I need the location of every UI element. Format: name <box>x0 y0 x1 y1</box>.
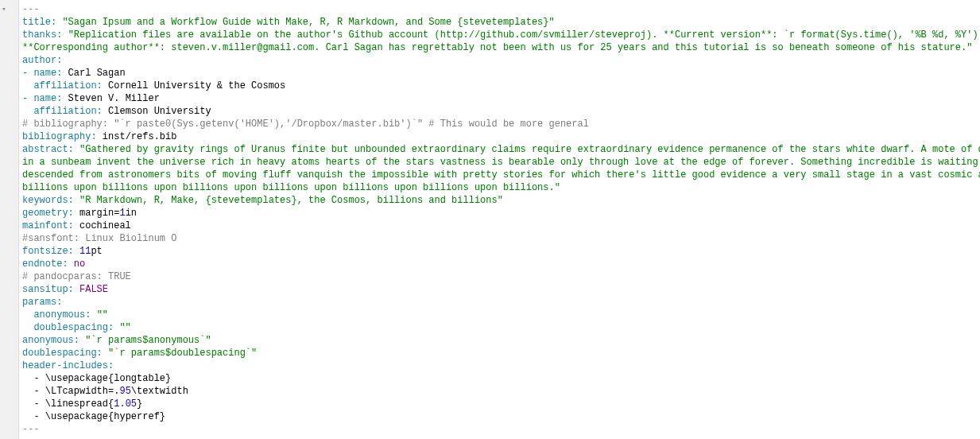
code-line: #sansfont: Linux Biolinum O <box>22 232 980 245</box>
line-number <box>11 67 14 80</box>
code-line: doublespacing: "" <box>22 321 980 334</box>
code-line: fontsize: 11pt <box>22 245 980 258</box>
code-line: title: "Sagan Ipsum and a Workflow Guide… <box>22 16 980 29</box>
line-number <box>11 54 14 67</box>
code-line: --- <box>22 3 980 16</box>
line-number <box>11 169 14 181</box>
line-number <box>11 41 14 54</box>
line-number <box>11 220 14 232</box>
code-line: doublespacing: "`r params$doublespacing`… <box>22 347 980 359</box>
code-line: endnote: no <box>22 258 980 270</box>
code-line: keywords: "R Markdown, R, Make, {stevete… <box>22 194 980 207</box>
line-number <box>11 232 14 245</box>
code-area[interactable]: --- title: "Sagan Ipsum and a Workflow G… <box>19 0 980 439</box>
line-number <box>11 296 14 309</box>
line-number <box>11 118 14 130</box>
code-line: geometry: margin=1in <box>22 207 980 220</box>
line-number <box>11 194 14 207</box>
code-line: mainfont: cochineal <box>22 220 980 232</box>
code-line: params: <box>22 296 980 309</box>
line-number <box>11 181 14 194</box>
code-line: sansitup: FALSE <box>22 283 980 296</box>
line-number <box>11 92 14 105</box>
fold-gutter: ▾ <box>0 0 8 439</box>
code-line: descended from astronomers bits of movin… <box>22 169 980 181</box>
code-line: - \LTcapwidth=.95\textwidth <box>22 385 980 398</box>
line-number <box>11 143 14 156</box>
code-line: in a sunbeam invent the universe rich in… <box>22 156 980 169</box>
line-number <box>11 80 14 92</box>
line-number <box>11 130 14 143</box>
fold-toggle-icon[interactable]: ▾ <box>0 3 8 16</box>
code-line: author: <box>22 54 980 67</box>
line-number <box>11 321 14 334</box>
line-number <box>11 309 14 321</box>
line-number <box>11 105 14 118</box>
line-number <box>11 270 14 283</box>
code-line: billions upon billions upon billions upo… <box>22 181 980 194</box>
line-number <box>11 283 14 296</box>
code-line: - \usepackage{hyperref} <box>22 410 980 423</box>
code-line: # pandocparas: TRUE <box>22 270 980 283</box>
code-line: header-includes: <box>22 359 980 372</box>
code-line: - \linespread{1.05} <box>22 398 980 410</box>
line-number <box>11 359 14 372</box>
line-number <box>11 156 14 169</box>
line-number-gutter <box>8 0 19 439</box>
line-number <box>11 347 14 359</box>
code-line: bibliography: inst/refs.bib <box>22 130 980 143</box>
line-number <box>11 398 14 410</box>
line-number <box>11 29 14 41</box>
code-line: --- <box>22 423 980 436</box>
code-line: # bibliography: "`r paste0(Sys.getenv('H… <box>22 118 980 130</box>
code-line: affiliation: Cornell University & the Co… <box>22 80 980 92</box>
code-line: - \usepackage{longtable} <box>22 372 980 385</box>
line-number <box>11 207 14 220</box>
code-line: thanks: "Replication files are available… <box>22 29 980 41</box>
line-number <box>11 385 14 398</box>
code-line: anonymous: "`r params$anonymous`" <box>22 334 980 347</box>
line-number <box>11 334 14 347</box>
code-line: - name: Carl Sagan <box>22 67 980 80</box>
code-line: anonymous: "" <box>22 309 980 321</box>
line-number <box>11 245 14 258</box>
code-line: affiliation: Clemson University <box>22 105 980 118</box>
code-line: abstract: "Gathered by gravity rings of … <box>22 143 980 156</box>
line-number <box>11 3 14 16</box>
line-number <box>11 258 14 270</box>
line-number <box>11 16 14 29</box>
code-line: - name: Steven V. Miller <box>22 92 980 105</box>
code-line: **Corresponding author**: steven.v.mille… <box>22 41 980 54</box>
line-number <box>11 372 14 385</box>
line-number <box>11 410 14 423</box>
code-editor[interactable]: ▾ --- title: "Sagan Ipsum and a Workflow… <box>0 0 980 439</box>
